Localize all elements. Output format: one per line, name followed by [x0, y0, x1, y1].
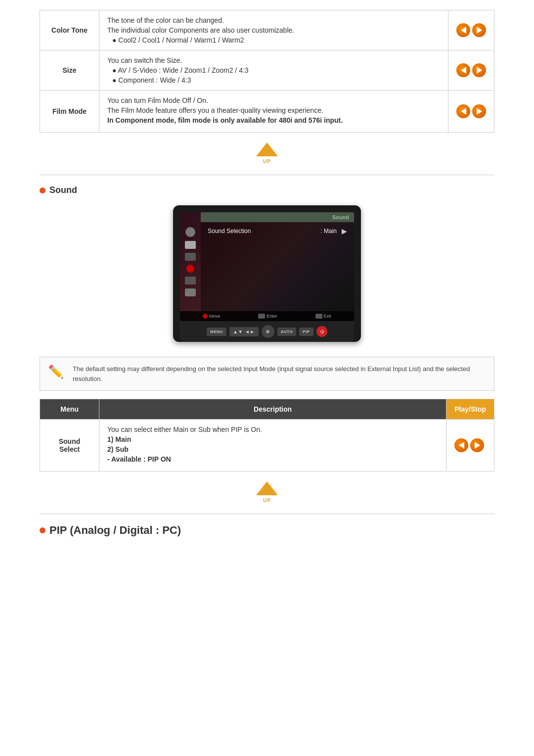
tv-btn-pip[interactable]: PIP	[299, 328, 313, 336]
move-label: Move	[209, 314, 220, 319]
play-right-icon-size	[472, 63, 486, 77]
play-left-icon	[456, 23, 470, 37]
tv-sidebar	[180, 212, 201, 321]
playstop-sound-select	[446, 420, 494, 472]
menu-size: Size	[40, 50, 99, 91]
play-left-icon-size	[456, 63, 470, 77]
playstop-size	[448, 50, 494, 91]
sidebar-icon-3	[185, 253, 196, 261]
tv-screen: Sound Sound Selection : Main ▶ Move	[180, 212, 354, 321]
note-box: ✏️ The default setting may different dep…	[40, 357, 494, 391]
playstop-film-mode	[448, 91, 494, 133]
sidebar-icon-2	[185, 241, 196, 249]
exit-label: Exit	[324, 314, 331, 319]
menu-color-tone: Color Tone	[40, 10, 99, 50]
tv-btn-power[interactable]: ⏻	[316, 326, 327, 337]
tv-menu-arrow: ▶	[342, 227, 347, 235]
note-text: The default setting may different depend…	[73, 364, 486, 383]
tv-menu-spacer	[201, 240, 354, 321]
arrow-up-top	[40, 142, 494, 166]
tv-buttons-bar: MENU ▲▼ ◄► ⊞ AUTO PIP ⏻	[180, 321, 354, 342]
desc-color-tone: The tone of the color can be changed. Th…	[99, 10, 448, 50]
tv-btn-source[interactable]: ⊞	[262, 325, 274, 338]
sidebar-icon-4	[186, 265, 194, 273]
play-right-sound	[470, 438, 484, 452]
arrow-up-bottom	[40, 481, 494, 505]
tv-stand-area: MENU ▲▼ ◄► ⊞ AUTO PIP ⏻	[180, 321, 354, 342]
divider-1	[40, 175, 494, 175]
tv-mockup: Sound Sound Selection : Main ▶ Move	[40, 205, 494, 342]
up-arrow-icon-2	[255, 481, 279, 503]
playstop-color-tone	[448, 10, 494, 50]
tv-btn-menu[interactable]: MENU	[207, 328, 226, 336]
pip-section-title: PIP (Analog / Digital : PC)	[40, 524, 494, 537]
table-header-row: Menu Description Play/Stop	[40, 399, 494, 420]
up-arrow-icon	[255, 142, 279, 164]
tv-menu-item-value: : Main	[320, 228, 337, 235]
move-icon	[203, 314, 208, 319]
desc-film-mode: You can turn Film Mode Off / On. The Fil…	[99, 91, 448, 133]
desc-size: You can switch the Size. ● AV / S-Video …	[99, 50, 448, 91]
sidebar-icon-6	[185, 288, 196, 296]
enter-label: Enter	[267, 314, 277, 319]
sound-title-label: Sound	[49, 185, 77, 195]
tv-menu-overlay: Sound Sound Selection : Main ▶ Move	[180, 212, 354, 321]
table-row-color-tone: Color Tone The tone of the color can be …	[40, 10, 494, 50]
sound-info-table: Menu Description Play/Stop Sound Select …	[40, 399, 494, 472]
menu-film-mode: Film Mode	[40, 91, 99, 133]
table-row-film-mode: Film Mode You can turn Film Mode Off / O…	[40, 91, 494, 133]
desc-sound-select: You can select either Main or Sub when P…	[99, 420, 446, 472]
section-dot-sound	[40, 188, 45, 193]
divider-2	[40, 514, 494, 514]
top-info-table: Color Tone The tone of the color can be …	[40, 10, 494, 133]
note-icon: ✏️	[48, 364, 66, 382]
pip-title-label: PIP (Analog / Digital : PC)	[49, 524, 181, 537]
menu-sound-select: Sound Select	[40, 420, 99, 472]
header-description: Description	[99, 399, 446, 420]
play-left-icon-film	[456, 104, 470, 118]
pencil-icon: ✏️	[48, 364, 64, 379]
exit-icon	[315, 314, 322, 319]
header-playstop: Play/Stop	[446, 399, 494, 420]
tv-bottom-move: Move	[203, 314, 220, 319]
tv-btn-nav[interactable]: ▲▼ ◄►	[229, 327, 259, 336]
table-row-size: Size You can switch the Size. ● AV / S-V…	[40, 50, 494, 91]
sidebar-icon-5	[185, 277, 196, 284]
table-row-sound-select: Sound Select You can select either Main …	[40, 420, 494, 472]
section-dot-pip	[40, 527, 45, 533]
tv-menu-header: Sound	[201, 212, 354, 222]
tv-btn-auto[interactable]: AUTO	[277, 328, 297, 336]
tv-menu-item-sound-selection: Sound Selection : Main ▶	[201, 222, 354, 240]
tv-menu-item-label: Sound Selection	[208, 228, 315, 235]
sound-section-title: Sound	[40, 185, 494, 195]
play-right-icon	[472, 23, 486, 37]
tv-bottom-exit: Exit	[315, 314, 331, 319]
header-menu: Menu	[40, 399, 99, 420]
tv-bottom-enter: Enter	[258, 314, 277, 319]
enter-icon	[258, 314, 265, 319]
play-left-sound	[454, 438, 468, 452]
tv-bottom-bar: Move Enter Exit	[180, 311, 354, 321]
play-right-icon-film	[472, 104, 486, 118]
tv-outer: Sound Sound Selection : Main ▶ Move	[173, 205, 361, 342]
sidebar-icon-1	[185, 227, 195, 237]
tv-main-panel: Sound Sound Selection : Main ▶ Move	[201, 212, 354, 321]
